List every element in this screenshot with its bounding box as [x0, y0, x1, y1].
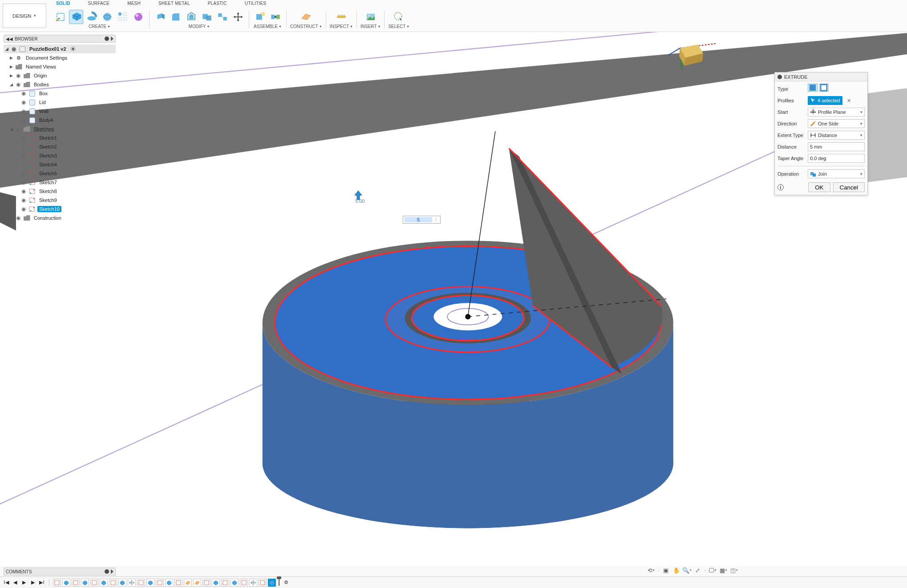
shell-icon[interactable] — [184, 10, 198, 24]
collapse-arrows-icon[interactable]: ◀◀ — [6, 36, 13, 41]
taper-input[interactable]: 0.0 deg — [808, 154, 865, 163]
profiles-clear-button[interactable]: ✕ — [847, 98, 851, 104]
visibility-icon[interactable]: ◉ — [20, 144, 27, 150]
tree-row[interactable]: ▶Named Views — [4, 62, 116, 71]
tree-row[interactable]: ◉Box — [4, 89, 116, 98]
workspace-switcher[interactable]: DESIGN ▼ — [3, 4, 46, 28]
tree-row[interactable]: ▶◉Origin — [4, 71, 116, 80]
combine-icon[interactable] — [200, 10, 214, 24]
group-inspect[interactable]: INSPECT▼ — [330, 24, 353, 29]
orbit-icon[interactable]: ⟲ — [647, 566, 655, 574]
group-modify[interactable]: MODIFY▼ — [189, 24, 210, 29]
activate-radio[interactable] — [71, 47, 75, 51]
display-settings-icon[interactable]: 🖵 — [709, 566, 717, 574]
tree-row[interactable]: ◉Sketch4 — [4, 160, 116, 169]
comments-pin-icon[interactable] — [105, 569, 109, 574]
move-icon[interactable] — [231, 10, 245, 24]
timeline-feature[interactable] — [184, 579, 192, 587]
visibility-icon[interactable]: ◉ — [20, 206, 27, 212]
select-tool-icon[interactable] — [392, 10, 406, 24]
tab-surface[interactable]: SURFACE — [88, 1, 110, 6]
timeline-marker[interactable] — [278, 578, 280, 588]
timeline-play-icon[interactable]: ▶ — [20, 579, 28, 586]
timeline-feature[interactable] — [240, 579, 248, 587]
timeline-feature[interactable] — [249, 579, 257, 587]
on-canvas-distance-input[interactable]: 5 ⋮ — [403, 216, 441, 224]
visibility-icon[interactable]: ◉ — [15, 81, 21, 88]
browser-pin-icon[interactable] — [105, 36, 109, 41]
visibility-icon[interactable]: ◉ — [15, 72, 21, 79]
new-sketch-icon[interactable] — [53, 10, 68, 24]
visibility-icon[interactable]: ◉ — [11, 46, 17, 52]
timeline-feature[interactable] — [72, 579, 80, 587]
tree-row[interactable]: ◉Sketch9 — [4, 196, 116, 205]
group-insert[interactable]: INSERT▼ — [360, 24, 381, 29]
timeline-feature[interactable] — [212, 579, 220, 587]
joint-icon[interactable] — [268, 10, 283, 24]
chevron-down-icon[interactable]: ◢ — [4, 47, 9, 51]
timeline-feature[interactable] — [137, 579, 145, 587]
tree-row[interactable]: ◉Sketch10 — [4, 205, 116, 213]
group-assemble[interactable]: ASSEMBLE▼ — [254, 24, 282, 29]
timeline-settings-icon[interactable]: ⚙ — [284, 580, 288, 585]
tree-row[interactable]: ◉Lid — [4, 98, 116, 107]
group-select[interactable]: SELECT▼ — [388, 24, 409, 29]
timeline-feature[interactable] — [221, 579, 229, 587]
timeline-feature[interactable] — [268, 579, 276, 587]
direction-dropdown[interactable]: One Side — [808, 119, 865, 128]
tree-row[interactable]: ◉Sketch3 — [4, 151, 116, 160]
extrude-panel-title[interactable]: EXTRUDE — [775, 72, 867, 81]
tree-row[interactable]: ◉Sketch2 — [4, 142, 116, 151]
pan-icon[interactable]: ✋ — [672, 566, 680, 574]
visibility-icon[interactable]: ◉ — [20, 117, 27, 123]
extrude-icon[interactable] — [69, 10, 83, 24]
tree-row[interactable]: ◉Sketch1 — [4, 133, 116, 142]
tree-row[interactable]: ◉Body4 — [4, 116, 116, 125]
operation-dropdown[interactable]: Join — [808, 169, 865, 178]
ok-button[interactable]: OK — [808, 182, 830, 192]
browser-expand-icon[interactable] — [111, 36, 113, 41]
tree-row[interactable]: ◉Sketch8 — [4, 187, 116, 196]
tab-solid[interactable]: SOLID — [56, 1, 70, 6]
timeline-prev-icon[interactable]: ◀ — [12, 579, 19, 586]
collapse-icon[interactable] — [777, 75, 782, 79]
group-construct[interactable]: CONSTRUCT▼ — [290, 24, 322, 29]
cancel-button[interactable]: Cancel — [833, 182, 865, 192]
timeline-feature[interactable] — [109, 579, 117, 587]
tree-row[interactable]: ◉Sketch5 — [4, 169, 116, 178]
timeline-feature[interactable] — [90, 579, 98, 587]
visibility-icon[interactable]: ◉ — [20, 161, 27, 168]
extrude-type-thin[interactable] — [819, 84, 829, 92]
timeline-feature[interactable] — [146, 579, 154, 587]
visibility-icon[interactable]: ◉ — [20, 188, 27, 194]
fit-icon[interactable]: ⤢ — [694, 566, 702, 574]
extrude-type-solid[interactable] — [808, 84, 818, 92]
timeline-feature[interactable] — [100, 579, 108, 587]
visibility-icon[interactable]: ◉ — [20, 108, 27, 114]
timeline-start-icon[interactable]: I◀ — [3, 579, 10, 586]
tree-row[interactable]: ▶⚙Document Settings — [4, 53, 116, 62]
look-at-icon[interactable]: ▣ — [662, 566, 670, 574]
visibility-icon[interactable]: ◉ — [20, 197, 27, 203]
visibility-icon[interactable]: ◉ — [15, 215, 21, 221]
group-create[interactable]: CREATE▼ — [89, 24, 110, 29]
browser-header[interactable]: ◀◀ BROWSER — [4, 35, 116, 43]
info-icon[interactable]: i — [777, 184, 784, 190]
form-icon[interactable] — [131, 10, 146, 24]
viewport[interactable]: 5.00 5 ⋮ EXTRUDE Type Profiles 4 selecte… — [0, 32, 907, 566]
tree-row[interactable]: ◢◉Bodies — [4, 80, 116, 89]
visibility-icon[interactable]: ◉ — [20, 99, 27, 105]
tree-row[interactable]: ◢◉Sketches — [4, 125, 116, 133]
viewcube[interactable] — [667, 35, 720, 70]
pattern-icon[interactable] — [116, 10, 130, 24]
start-dropdown[interactable]: Profile Plane — [808, 108, 865, 117]
on-canvas-input-menu-icon[interactable]: ⋮ — [433, 217, 439, 223]
timeline-end-icon[interactable]: ▶I — [38, 579, 45, 586]
zoom-icon[interactable]: 🔍 — [683, 566, 691, 574]
timeline-feature[interactable] — [81, 579, 89, 587]
extent-dropdown[interactable]: Distance — [808, 131, 865, 140]
tree-row[interactable]: ◉Wall — [4, 107, 116, 116]
align-icon[interactable] — [215, 10, 230, 24]
timeline-feature[interactable] — [165, 579, 173, 587]
visibility-icon[interactable]: ◉ — [20, 170, 27, 177]
